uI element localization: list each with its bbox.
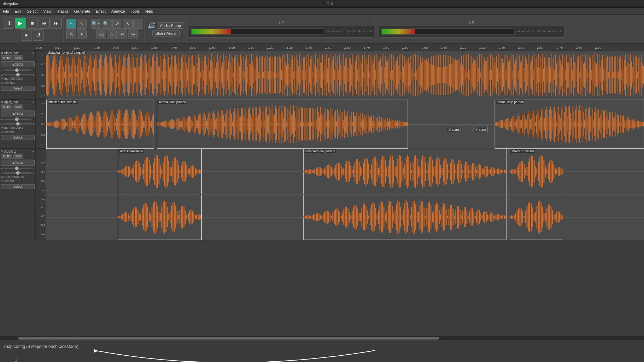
draw-tool[interactable]: ✎	[66, 29, 76, 39]
track-1-gain-slider[interactable]	[4, 69, 31, 71]
svg-rect-778	[116, 118, 117, 130]
track-3-waveform[interactable]: attack crossfade reversed loop portion a…	[46, 149, 644, 240]
track-2-waveform[interactable]: attack of the sample normal loop portion…	[46, 100, 644, 149]
track-3-clip-3-label: attack crossfade	[511, 149, 536, 153]
trim-left-button[interactable]: ◁|	[96, 29, 106, 39]
svg-rect-1119	[510, 121, 511, 127]
loop-button[interactable]: ↺	[33, 29, 44, 41]
output-meter[interactable]: -54-48-42-36-30-24-18-12-60	[379, 26, 564, 38]
zoom-reset-button[interactable]: ↔	[133, 19, 143, 29]
track-3-select[interactable]: Select	[1, 184, 35, 189]
track-2-select[interactable]: Select	[1, 135, 35, 140]
svg-rect-894	[223, 115, 224, 134]
svg-rect-1411	[318, 167, 320, 176]
menu-tools[interactable]: Tools	[128, 8, 142, 14]
track-2-close[interactable]: ✕	[1, 100, 4, 104]
track-1-waveform[interactable]: distguitar (original sample)	[46, 51, 644, 100]
input-meter[interactable]: -54-48-42-36-30-24-18-12-60	[189, 26, 374, 38]
close-icon[interactable]: — □ ✕	[322, 1, 641, 6]
trim-right-button[interactable]: |▷	[107, 29, 117, 39]
svg-rect-1650	[446, 209, 447, 225]
track-1-pan-slider[interactable]	[3, 74, 32, 75]
svg-rect-386	[376, 54, 377, 96]
svg-rect-912	[239, 117, 240, 132]
zoom-out-button[interactable]: 🔍-	[102, 19, 112, 29]
horizontal-scrollbar[interactable]	[0, 336, 644, 340]
svg-rect-701	[47, 123, 48, 125]
play-button[interactable]: ▶	[15, 18, 26, 29]
track-3-pan-slider[interactable]	[3, 172, 32, 174]
track-3-solo[interactable]: Solo	[13, 154, 23, 159]
svg-rect-228	[241, 59, 242, 91]
svg-rect-231	[243, 56, 244, 94]
scrollbar-thumb[interactable]	[18, 337, 439, 340]
svg-rect-653	[604, 59, 605, 92]
menu-view[interactable]: View	[40, 8, 54, 14]
track-1-effects[interactable]: Effects	[1, 61, 35, 67]
svg-rect-1294	[137, 161, 139, 182]
svg-rect-441	[423, 61, 424, 89]
svg-rect-1743	[525, 211, 526, 223]
envelope-tool[interactable]: ∿	[77, 19, 87, 29]
next-button[interactable]: ⏭	[51, 18, 62, 29]
svg-rect-396	[384, 67, 385, 83]
track-1-select[interactable]: Select	[1, 86, 35, 91]
menu-tracks[interactable]: Tracks	[54, 8, 72, 14]
track-3-expand[interactable]: ▼	[32, 150, 35, 153]
svg-rect-93	[126, 67, 126, 83]
svg-rect-453	[433, 56, 434, 94]
zoom-sel-button[interactable]: ⤡	[123, 19, 133, 29]
record-button[interactable]: ●	[21, 29, 32, 41]
stop-button[interactable]: ■	[27, 18, 38, 29]
svg-rect-483	[459, 61, 459, 88]
track-2-gain-slider[interactable]	[4, 119, 31, 120]
track-3-effects[interactable]: Effects	[1, 160, 35, 166]
track-1-mute[interactable]: Mute	[1, 55, 12, 60]
svg-rect-413	[399, 55, 400, 95]
svg-rect-1248	[617, 114, 618, 135]
svg-rect-656	[606, 58, 607, 92]
audio-setup-button[interactable]: Audio Setup	[157, 22, 184, 29]
track-3-clip-2-label: reversed loop portion	[305, 149, 336, 153]
track-2-expand[interactable]: ▼	[32, 101, 35, 104]
svg-rect-1525	[476, 170, 477, 173]
svg-rect-1054	[367, 114, 367, 134]
svg-rect-1138	[526, 120, 527, 128]
track-3-gain-slider[interactable]	[4, 168, 31, 169]
menu-help[interactable]: Help	[142, 8, 156, 14]
svg-rect-1337	[197, 170, 199, 173]
prev-button[interactable]: ⏮	[39, 18, 50, 29]
track-2-effects[interactable]: Effects	[1, 110, 35, 116]
multi-tool[interactable]: ✦	[77, 29, 87, 39]
menu-analyze[interactable]: Analyze	[108, 8, 128, 14]
track-1-close[interactable]: ✕	[1, 51, 4, 55]
menu-effect[interactable]: Effect	[93, 8, 108, 14]
redo-button[interactable]: ↪	[128, 29, 138, 39]
svg-rect-1215	[590, 116, 591, 132]
svg-rect-511	[483, 55, 483, 95]
track-3-mute[interactable]: Mute	[1, 154, 12, 159]
track-2-solo[interactable]: Solo	[13, 105, 23, 109]
track-1-solo[interactable]: Solo	[13, 55, 23, 60]
svg-rect-1096	[404, 122, 405, 126]
zoom-fit-button[interactable]: ⤢	[112, 19, 122, 29]
menu-select[interactable]: Select	[24, 8, 41, 14]
track-3-close[interactable]: ✕	[1, 149, 4, 153]
svg-rect-1440	[358, 162, 360, 181]
menu-file[interactable]: File	[0, 8, 12, 14]
svg-rect-1492	[430, 156, 431, 187]
pause-button[interactable]: ⏸	[3, 18, 14, 29]
menu-edit[interactable]: Edit	[12, 8, 24, 14]
track-1-expand[interactable]: ▼	[32, 52, 35, 55]
svg-rect-399	[387, 60, 388, 90]
track-2-mute[interactable]: Mute	[1, 105, 12, 109]
share-audio-button[interactable]: Share Audio	[152, 30, 180, 36]
select-tool[interactable]: ↖	[66, 19, 76, 29]
menu-generate[interactable]: Generate	[72, 8, 93, 14]
track-2-pan-slider[interactable]	[3, 123, 32, 125]
svg-rect-180	[200, 72, 201, 78]
svg-rect-784	[122, 118, 122, 130]
zoom-in-button[interactable]: 🔍+	[91, 19, 101, 29]
undo-button[interactable]: ↩	[118, 29, 127, 39]
svg-rect-1252	[621, 115, 622, 133]
